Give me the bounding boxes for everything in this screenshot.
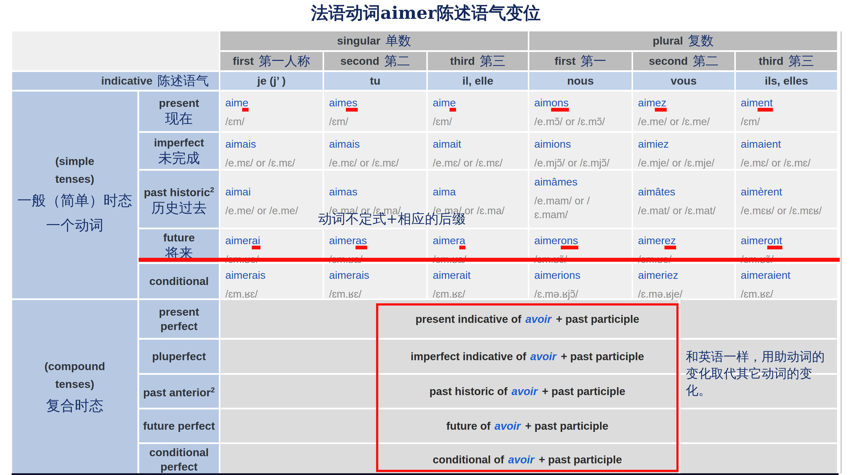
cell-present-tu: aimes /ɛm/ xyxy=(324,92,426,131)
pronunciation: /e.mɛ/ or /ɛ.mɛ/ xyxy=(225,156,322,170)
pronoun-nous: nous xyxy=(529,72,631,90)
pronoun-je: je (j’ ) xyxy=(220,72,322,90)
pronunciation: /ɛ.mə.ʁjɔ̃/ xyxy=(534,287,631,301)
header-singular-en: singular xyxy=(337,34,380,47)
verb-form: aimeras xyxy=(329,232,426,249)
tense-en: present xyxy=(159,97,199,109)
cell-imperfect-nous: aimions /e.mjɔ̃/ or /ɛ.mjɔ̃/ xyxy=(529,133,631,169)
verb-form: aime xyxy=(433,95,528,111)
cell-conditional-nous: aimerions /ɛ.mə.ʁjɔ̃/ xyxy=(529,264,631,298)
tense-label-future: future 将来 xyxy=(139,229,219,262)
verb-form: aimeriez xyxy=(638,267,734,283)
header-person-sg-third: third 第三 xyxy=(428,52,528,70)
compound-group-en2: tenses) xyxy=(55,375,94,393)
tense-sup: 2 xyxy=(210,185,214,194)
simple-tenses-group-cell: (simple tenses) 一般（简单）时态 一个动词 xyxy=(12,92,137,298)
verb-form: aima xyxy=(433,183,528,200)
simple-group-en1: (simple xyxy=(55,152,94,170)
note-column-cell xyxy=(680,409,837,442)
pronunciation: /e.me/ or /ɛ.me/ xyxy=(638,115,734,129)
pronunciation: /ɛm/ xyxy=(433,115,528,129)
note-column-cell xyxy=(680,300,837,338)
cell-conditional-je: aimerais /ɛm.ʁɛ/ xyxy=(220,264,322,298)
header-person-pl-first: first 第一 xyxy=(529,52,631,70)
header-person-pl-second: second 第二 xyxy=(633,52,734,70)
pronunciation: /e.mat/ or /ɛ.mat/ xyxy=(638,204,734,218)
header-singular: singular 单数 xyxy=(220,31,528,50)
person-en: first xyxy=(555,55,576,68)
mood-zh: 陈述语气 xyxy=(157,72,209,90)
verb-form: aimerions xyxy=(534,267,631,283)
cell-future-tu: aimeras /ɛm.ʁa/ xyxy=(324,229,426,262)
verb-form: aimerez xyxy=(638,232,734,249)
cell-pasthistoric-nous: aimâmes /e.mam/ or / ɛ.mam/ xyxy=(529,171,631,228)
pronunciation: /e.mam/ or / ɛ.mam/ xyxy=(534,194,631,222)
header-plural-en: plural xyxy=(653,34,683,47)
cell-imperfect-il: aimait /e.mɛ/ or /ɛ.mɛ/ xyxy=(428,133,528,169)
red-highlight-box xyxy=(376,303,679,472)
verb-form: aimons xyxy=(534,95,631,111)
verb-form: aimèrent xyxy=(741,183,837,200)
verb-form: aimai xyxy=(225,183,322,200)
cell-conditional-il: aimerait /ɛm.ʁɛ/ xyxy=(428,264,528,298)
header-plural-zh: 复数 xyxy=(688,32,714,49)
cell-future-je: aimerai /ɛm.ʁe/ xyxy=(220,229,322,262)
verb-form: aimeront xyxy=(741,232,837,249)
person-en: second xyxy=(340,55,379,68)
tense-label-conditional: conditional xyxy=(139,264,219,298)
simple-group-zh2: 一个动词 xyxy=(46,213,103,238)
cell-imperfect-tu: aimais /e.mɛ/ or /ɛ.mɛ/ xyxy=(324,133,426,169)
verb-form: aimerai xyxy=(225,232,322,249)
cell-conditional-ils: aimeraient /ɛm.ʁɛ/ xyxy=(736,264,837,298)
compound-tenses-group-cell: (compound tenses) 复合时态 xyxy=(12,300,137,475)
tense-label-pluperfect: pluperfect xyxy=(139,340,219,373)
tense-en: past historic xyxy=(144,186,210,199)
pronunciation: /ɛm/ xyxy=(225,115,322,129)
cell-conditional-vous: aimeriez /ɛ.mə.ʁje/ xyxy=(633,264,734,298)
cell-future-vous: aimerez /ɛm.ʁe/ xyxy=(633,229,734,262)
pronunciation: /e.mɔ̃/ or /ɛ.mɔ̃/ xyxy=(534,115,631,129)
pronunciation: /ɛm.ʁɛ/ xyxy=(225,287,322,301)
verb-form: aimais xyxy=(329,136,426,152)
mood-en: indicative xyxy=(101,74,153,87)
table-right-border xyxy=(840,31,842,474)
cell-present-nous: aimons /e.mɔ̃/ or /ɛ.mɔ̃/ xyxy=(529,92,631,131)
verb-form: aimera xyxy=(433,232,528,249)
cell-future-ils: aimeront /ɛm.ʁɔ̃/ xyxy=(736,229,837,262)
verb-form: aimions xyxy=(534,136,631,152)
tense-label-future-perfect: future perfect xyxy=(139,409,219,442)
cell-imperfect-ils: aimaient /e.mɛ/ or /ɛ.mɛ/ xyxy=(736,133,837,169)
pronunciation: /ɛm/ xyxy=(329,115,426,129)
slide: 法语动词aimer陈述语气变位 singular 单数 plural 复数 fi… xyxy=(0,0,868,475)
pronoun-vous: vous xyxy=(633,72,734,90)
verb-form: aimez xyxy=(638,95,734,111)
tense-label-past-anterior: past anterior2 xyxy=(139,375,219,408)
compound-group-en1: (compound xyxy=(44,358,105,375)
tense-zh: 未完成 xyxy=(158,150,200,166)
verb-form: aimait xyxy=(433,136,528,152)
person-en: third xyxy=(450,55,475,68)
verb-form: aimas xyxy=(329,183,426,200)
table-bottom-edge xyxy=(12,473,839,475)
verb-form: aimerait xyxy=(433,267,528,283)
person-zh: 第一人称 xyxy=(259,53,310,70)
cell-imperfect-je: aimais /e.mɛ/ or /ɛ.mɛ/ xyxy=(220,133,322,169)
pronunciation: /e.mɛʁ/ or /ɛ.mɛʁ/ xyxy=(741,204,837,218)
pronunciation: /ɛm.ʁɛ/ xyxy=(433,287,528,301)
verb-form: aimerais xyxy=(225,267,322,283)
person-zh: 第一 xyxy=(581,53,606,70)
verb-form: aime xyxy=(225,95,322,111)
person-zh: 第二 xyxy=(693,53,718,70)
person-zh: 第三 xyxy=(788,53,814,70)
pronoun-il-elle: il, elle xyxy=(428,72,528,90)
person-zh: 第三 xyxy=(480,53,505,70)
note-column-cell xyxy=(680,444,837,475)
verb-form: aimerais xyxy=(329,267,426,283)
pronunciation: /ɛm.ʁɛ/ xyxy=(329,287,426,301)
tense-label-present-perfect: present perfect xyxy=(139,300,219,338)
header-singular-zh: 单数 xyxy=(385,32,411,49)
simple-group-en2: tenses) xyxy=(55,170,94,188)
cell-present-vous: aimez /e.me/ or /ɛ.me/ xyxy=(633,92,734,131)
page-title: 法语动词aimer陈述语气变位 xyxy=(0,1,852,25)
header-person-sg-second: second 第二 xyxy=(324,52,426,70)
